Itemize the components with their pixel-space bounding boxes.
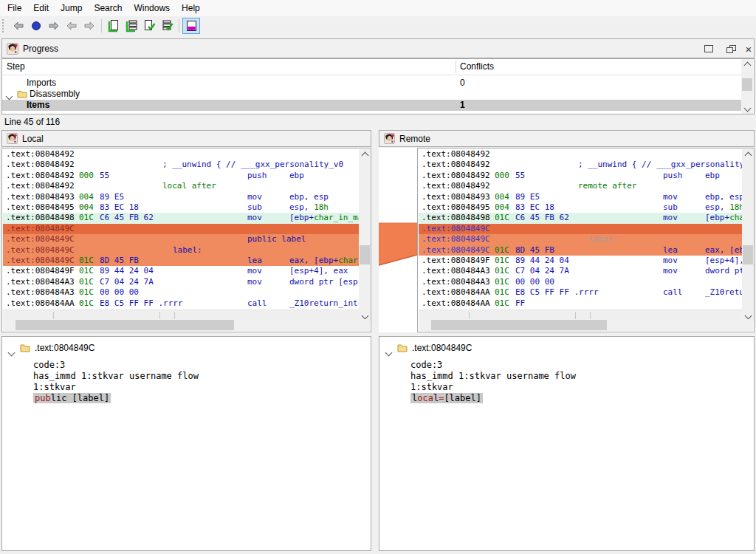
asm-line[interactable]: .text:0804849200055pushebp xyxy=(419,171,742,181)
asm-token: eax, [ebp+ xyxy=(705,245,742,255)
asm-line[interactable]: .text:080484AA01CE8 C5 FF FF .rrrrcall_Z… xyxy=(3,298,359,309)
maximize-button[interactable] xyxy=(701,42,717,55)
show-document-button[interactable] xyxy=(105,18,123,34)
scroll-up-button[interactable] xyxy=(359,149,371,161)
asm-line[interactable]: .text:0804849C xyxy=(3,224,359,234)
asm-line[interactable]: .text:08048492remote after xyxy=(419,181,742,191)
asm-line[interactable]: .text:0804849801CC6 45 FB 62mov[ebp+char… xyxy=(419,213,742,223)
prev-difference-button[interactable] xyxy=(63,18,80,34)
local-vertical-scrollbar[interactable] xyxy=(359,149,371,321)
detail-conflict-value[interactable]: public [label] xyxy=(33,393,111,403)
asm-cell: [ebp+char_in_ma xyxy=(289,213,359,223)
asm-cell: .text:08048495 xyxy=(6,202,75,213)
asm-cell: 004 xyxy=(495,202,509,213)
show-list-button[interactable] xyxy=(123,18,140,34)
local-detail-address[interactable]: .text:0804849C xyxy=(35,343,94,353)
close-button[interactable]: × xyxy=(740,42,756,55)
menu-jump[interactable]: Jump xyxy=(55,1,88,16)
column-step[interactable]: Step xyxy=(7,61,25,72)
nav-back-button[interactable] xyxy=(10,18,27,34)
asm-line[interactable]: .text:080484A301CC7 04 24 7Amovdword ptr… xyxy=(419,266,742,276)
asm-cell: .text:08048492 xyxy=(6,171,75,181)
asm-line[interactable]: .text:080484A301CC7 04 24 7Amovdword ptr… xyxy=(3,277,359,287)
remote-detail-address[interactable]: .text:0804849C xyxy=(412,343,472,353)
asm-line[interactable]: .text:0804849C01C8D 45 FBleaeax, [ebp+ch… xyxy=(3,256,359,266)
tree-row-imports[interactable]: Imports 0 xyxy=(2,78,741,89)
progress-titlebar[interactable]: Progress × xyxy=(1,38,755,58)
nav-current-button[interactable] xyxy=(27,18,45,34)
asm-line[interactable]: .text:0804849801CC6 45 FB 62mov[ebp+char… xyxy=(3,213,359,223)
menu-search[interactable]: Search xyxy=(88,1,128,16)
asm-line[interactable]: .text:0804849Clabel: xyxy=(3,245,359,256)
asm-line[interactable]: .text:080484A301C00 00 00 xyxy=(3,287,359,298)
local-horizontal-scrollbar[interactable] xyxy=(3,319,370,331)
remote-asm-rows: .text:08048492.text:08048492; __unwind {… xyxy=(419,149,742,310)
column-conflicts[interactable]: Conflicts xyxy=(460,61,494,72)
expander-chevron-icon[interactable] xyxy=(386,345,391,358)
asm-cell: .text:0804849C xyxy=(6,224,75,234)
document-check-button[interactable] xyxy=(140,18,158,34)
scrollbar-thumb[interactable] xyxy=(743,245,753,264)
asm-cell: 00 00 00 xyxy=(100,287,139,298)
asm-line[interactable]: .text:0804849Cpublic label xyxy=(3,234,359,244)
asm-line[interactable]: .text:0804849500483 EC 18subesp, 18h xyxy=(419,202,742,213)
asm-line[interactable]: .text:0804849Clabel: xyxy=(419,234,742,244)
remote-pane-titlebar[interactable]: Remote xyxy=(379,130,755,147)
detail-line[interactable]: code:3 xyxy=(410,360,442,370)
asm-line[interactable]: .text:0804849F01C89 44 24 04mov[esp+4], … xyxy=(3,266,359,276)
menu-help[interactable]: Help xyxy=(176,1,206,16)
scroll-down-button[interactable] xyxy=(741,102,753,114)
asm-line[interactable]: .text:080484AA01CFF xyxy=(419,298,742,309)
asm-line[interactable]: .text:0804849300489 E5movebp, esp xyxy=(3,192,359,202)
scrollbar-thumb[interactable] xyxy=(360,245,370,264)
tree-row-disassembly[interactable]: Disassembly xyxy=(2,89,741,100)
asm-line[interactable]: .text:0804849F01C89 44 24 04mov[esp+4], … xyxy=(419,256,742,266)
detail-line[interactable]: 1:stkvar xyxy=(410,382,453,392)
conflict-connector-shape xyxy=(379,148,417,332)
asm-token: mov xyxy=(247,213,262,222)
asm-line[interactable]: .text:0804849C xyxy=(419,224,742,234)
list-check-button[interactable] xyxy=(158,18,176,34)
tree-row-items[interactable]: Items 1 xyxy=(2,100,741,111)
scrollbar-thumb[interactable] xyxy=(16,320,234,330)
next-difference-button[interactable] xyxy=(80,18,98,34)
asm-cell: 01C xyxy=(79,298,94,309)
detail-line[interactable]: has_immd 1:stkvar username flow xyxy=(33,371,199,381)
column-separator[interactable] xyxy=(456,61,456,73)
asm-line[interactable]: .text:08048492; __unwind { // ___gxx_per… xyxy=(419,160,742,170)
asm-line[interactable]: .text:08048492 xyxy=(3,149,359,160)
asm-cell: push xyxy=(247,171,267,181)
scrollbar-thumb[interactable] xyxy=(742,78,752,91)
detail-line[interactable]: has_immd 1:stkvar username flow xyxy=(410,371,576,381)
scroll-up-button[interactable] xyxy=(742,149,754,161)
asm-token: label: xyxy=(588,234,618,244)
asm-line[interactable]: .text:08048492 xyxy=(419,149,742,160)
asm-token: ebp xyxy=(705,171,720,180)
menu-edit[interactable]: Edit xyxy=(27,1,55,16)
merge-view-button[interactable] xyxy=(182,18,200,34)
asm-line[interactable]: .text:08048492local after xyxy=(3,181,359,191)
asm-line[interactable]: .text:080484AA01CE8 C5 FF FF .rrrrcall_Z… xyxy=(419,287,742,298)
remote-horizontal-scrollbar[interactable] xyxy=(419,319,753,331)
restore-button[interactable] xyxy=(723,42,739,55)
detail-line[interactable]: 1:stkvar xyxy=(33,382,76,392)
nav-forward-button[interactable] xyxy=(45,18,63,34)
local-pane-titlebar[interactable]: Local xyxy=(1,130,371,147)
asm-line[interactable]: .text:0804849500483 EC 18subesp, 18h xyxy=(3,202,359,213)
scroll-up-button[interactable] xyxy=(741,59,753,71)
asm-line[interactable]: .text:08048492; __unwind { // ___gxx_per… xyxy=(3,160,359,170)
scrollbar-thumb[interactable] xyxy=(431,320,607,330)
remote-vertical-scrollbar[interactable] xyxy=(742,149,754,321)
asm-line[interactable]: .text:0804849200055pushebp xyxy=(3,171,359,181)
tree-vertical-scrollbar[interactable] xyxy=(741,59,753,114)
menu-file[interactable]: File xyxy=(1,1,27,16)
asm-line[interactable]: .text:080484A301C00 00 00 xyxy=(419,277,742,287)
detail-conflict-value[interactable]: local=[label] xyxy=(410,393,483,403)
detail-line[interactable]: code:3 xyxy=(33,360,65,370)
toolbar-grip[interactable] xyxy=(2,19,7,33)
asm-line[interactable]: .text:0804849300489 E5movebp, esp xyxy=(419,192,742,202)
menu-windows[interactable]: Windows xyxy=(128,1,176,16)
asm-cell: ebp xyxy=(705,171,720,181)
expander-chevron-icon[interactable] xyxy=(9,345,14,358)
asm-line[interactable]: .text:0804849C01C8D 45 FBleaeax, [ebp+ch… xyxy=(419,245,742,256)
